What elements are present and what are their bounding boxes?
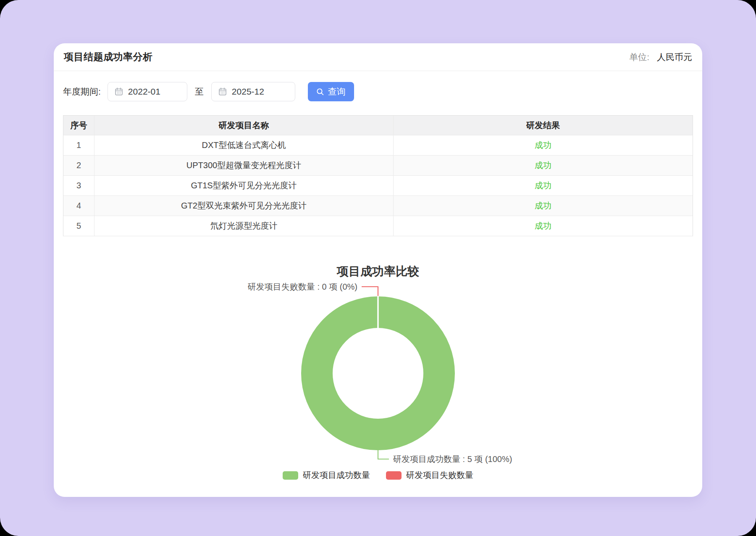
- app-background: 项目结题成功率分析 单位: 人民币元 年度期间: 2022-01 至: [0, 0, 756, 536]
- cell-result: 成功: [394, 196, 693, 216]
- filter-row: 年度期间: 2022-01 至: [63, 82, 354, 101]
- unit-display: 单位: 人民币元: [629, 51, 692, 63]
- column-header-result: 研发结果: [394, 116, 693, 135]
- label-line-fail: [362, 287, 378, 296]
- callout-label-success: 研发项目成功数量 : 5 项 (100%): [393, 454, 512, 464]
- cell-project-name: GT1S型紫外可见分光光度计: [94, 176, 394, 196]
- unit-label: 单位:: [629, 51, 649, 63]
- calendar-icon: [218, 87, 227, 96]
- unit-value: 人民币元: [657, 51, 692, 63]
- cell-result: 成功: [394, 176, 693, 196]
- table-header-row: 序号 研发项目名称 研发结果: [63, 116, 693, 135]
- end-date-input[interactable]: 2025-12: [211, 82, 295, 101]
- search-icon: [316, 88, 324, 96]
- legend-item-success[interactable]: 研发项目成功数量: [283, 470, 370, 481]
- table-row: 1 DXT型低速台式离心机 成功: [63, 135, 693, 156]
- donut-chart: 研发项目失败数量 : 0 项 (0%) 研发项目成功数量 : 5 项 (100%…: [54, 279, 702, 468]
- table-row: 5 氘灯光源型光度计 成功: [63, 216, 693, 236]
- start-date-value: 2022-01: [128, 87, 160, 97]
- column-header-no: 序号: [63, 116, 94, 135]
- cell-no: 1: [63, 135, 94, 156]
- table-row: 4 GT2型双光束紫外可见分光光度计 成功: [63, 196, 693, 216]
- end-date-value: 2025-12: [232, 87, 264, 97]
- table-row: 2 UPT300型超微量变光程光度计 成功: [63, 156, 693, 176]
- legend-label-success: 研发项目成功数量: [303, 470, 370, 481]
- start-date-input[interactable]: 2022-01: [108, 82, 187, 101]
- callout-label-fail: 研发项目失败数量 : 0 项 (0%): [248, 282, 357, 291]
- legend-swatch-fail-icon: [386, 471, 402, 480]
- legend-swatch-success-icon: [283, 471, 298, 480]
- cell-no: 3: [63, 176, 94, 196]
- panel-card: 项目结题成功率分析 单位: 人民币元 年度期间: 2022-01 至: [54, 43, 702, 497]
- cell-project-name: DXT型低速台式离心机: [94, 135, 394, 156]
- to-label: 至: [195, 86, 204, 98]
- cell-no: 2: [63, 156, 94, 176]
- results-table: 序号 研发项目名称 研发结果 1 DXT型低速台式离心机 成功 2 UPT300…: [63, 115, 693, 236]
- page-title: 项目结题成功率分析: [64, 50, 153, 63]
- table-row: 3 GT1S型紫外可见分光光度计 成功: [63, 176, 693, 196]
- chart-legend: 研发项目成功数量 研发项目失败数量: [54, 470, 702, 481]
- card-header: 项目结题成功率分析 单位: 人民币元: [54, 43, 702, 71]
- query-button[interactable]: 查询: [308, 82, 354, 101]
- label-line-success: [378, 450, 389, 459]
- cell-project-name: 氘灯光源型光度计: [94, 216, 394, 236]
- chart-title: 项目成功率比较: [54, 264, 702, 280]
- cell-result: 成功: [394, 135, 693, 156]
- date-range-label: 年度期间:: [63, 86, 101, 98]
- legend-label-fail: 研发项目失败数量: [406, 470, 473, 481]
- cell-project-name: GT2型双光束紫外可见分光光度计: [94, 196, 394, 216]
- column-header-project-name: 研发项目名称: [94, 116, 394, 135]
- legend-item-fail[interactable]: 研发项目失败数量: [386, 470, 473, 481]
- donut-slice-success[interactable]: [317, 312, 439, 435]
- cell-no: 4: [63, 196, 94, 216]
- cell-no: 5: [63, 216, 94, 236]
- cell-project-name: UPT300型超微量变光程光度计: [94, 156, 394, 176]
- query-button-label: 查询: [328, 86, 346, 98]
- cell-result: 成功: [394, 216, 693, 236]
- cell-result: 成功: [394, 156, 693, 176]
- calendar-icon: [115, 87, 123, 96]
